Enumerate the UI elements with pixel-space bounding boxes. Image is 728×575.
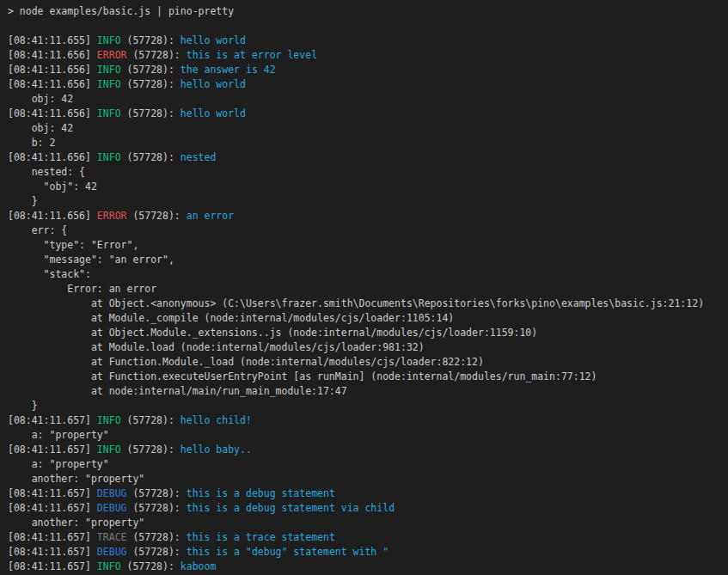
log-text: "type": "Error",: [8, 239, 138, 251]
log-message: hello baby..: [180, 443, 252, 456]
terminal-line: [08:41:11.656] INFO (57728): nested: [8, 150, 728, 165]
log-text: [08:41:11.657]: [8, 560, 97, 572]
log-text: Error: an error: [8, 283, 156, 295]
log-text: [08:41:11.657]: [8, 546, 97, 558]
log-level-info: INFO: [97, 78, 121, 90]
terminal-line: [08:41:11.656] INFO (57728): the answer …: [8, 63, 728, 77]
log-text: [08:41:11.657]: [8, 443, 97, 456]
terminal-line: [08:41:11.655] INFO (57728): hello world: [8, 34, 728, 48]
log-level-info: INFO: [97, 151, 121, 163]
log-text: at Module._compile (node:internal/module…: [8, 312, 454, 324]
log-level-error: ERROR: [97, 210, 127, 222]
log-text: (57728):: [126, 546, 186, 558]
log-text: (57728):: [126, 49, 186, 61]
log-message: hello world: [180, 34, 246, 46]
terminal-line: b: 2: [8, 136, 728, 150]
terminal-line: [08:41:11.657] DEBUG (57728): this is a …: [8, 545, 728, 560]
log-text: "message": "an error",: [8, 254, 174, 266]
log-message: hello world: [180, 78, 246, 90]
terminal-line: obj: 42: [8, 121, 728, 136]
log-text: [08:41:11.656]: [8, 151, 97, 163]
log-text: [08:41:11.656]: [8, 49, 97, 61]
terminal-line: Error: an error: [8, 282, 728, 297]
log-text: "obj": 42: [8, 180, 97, 193]
terminal-line: another: "property": [8, 516, 728, 530]
terminal-line: at Object.<anonymous> (C:\Users\frazer.s…: [8, 297, 728, 311]
terminal-line: err: {: [8, 223, 728, 238]
terminal-line: at Module.load (node:internal/modules/cj…: [8, 340, 728, 355]
terminal-line: }: [8, 399, 728, 413]
log-message: an error: [187, 210, 234, 222]
log-text: b: 2: [8, 137, 55, 149]
log-text: at node:internal/main/run_main_module:17…: [8, 385, 347, 397]
log-text: err: {: [8, 224, 67, 236]
log-message: kaboom: [180, 560, 217, 572]
terminal-line: [08:41:11.657] INFO (57728): kaboom: [8, 560, 728, 574]
terminal-line: at Function.Module._load (node:internal/…: [8, 355, 728, 370]
log-level-error: ERROR: [97, 49, 127, 61]
log-text: (57728):: [126, 487, 186, 499]
log-text: at Function.Module._load (node:internal/…: [8, 356, 484, 368]
terminal-line: > node examples/basic.js | pino-pretty: [8, 4, 728, 19]
log-text: [08:41:11.656]: [8, 107, 97, 119]
log-text: "stack":: [8, 268, 91, 280]
terminal-line: "obj": 42: [8, 180, 728, 194]
log-message: this is a trace statement: [187, 531, 335, 543]
log-text: [08:41:11.657]: [8, 414, 97, 426]
terminal-line: [08:41:11.657] DEBUG (57728): this is a …: [8, 501, 728, 516]
log-level-info: INFO: [97, 107, 121, 119]
log-text: }: [8, 400, 38, 412]
log-message: hello world: [180, 107, 246, 119]
terminal-line: "stack":: [8, 267, 728, 282]
log-level-debug: DEBUG: [97, 487, 127, 499]
terminal-line: "message": "an error",: [8, 253, 728, 267]
log-text: > node examples/basic.js | pino-pretty: [8, 5, 234, 17]
log-text: [08:41:11.656]: [8, 64, 97, 76]
log-level-debug: DEBUG: [97, 546, 127, 558]
terminal-line: [08:41:11.656] ERROR (57728): an error: [8, 209, 728, 223]
log-text: (57728):: [126, 531, 186, 543]
terminal-line: at Function.executeUserEntryPoint [as ru…: [8, 370, 728, 384]
log-text: (57728):: [121, 151, 180, 163]
log-text: a: "property": [8, 458, 109, 470]
terminal-line: [8, 19, 728, 34]
log-level-info: INFO: [97, 64, 121, 76]
terminal-line: another: "property": [8, 472, 728, 486]
log-text: (57728):: [121, 414, 180, 426]
terminal-line: obj: 42: [8, 92, 728, 107]
terminal-line: [08:41:11.656] INFO (57728): hello world: [8, 107, 728, 121]
log-level-info: INFO: [97, 560, 121, 572]
log-text: (57728):: [121, 34, 180, 46]
log-text: }: [8, 195, 38, 207]
terminal[interactable]: > node examples/basic.js | pino-pretty […: [0, 0, 728, 575]
log-text: (57728):: [121, 64, 180, 76]
log-message: hello child!: [180, 414, 252, 426]
log-text: obj: 42: [8, 93, 73, 105]
terminal-line: a: "property": [8, 428, 728, 443]
log-text: [08:41:11.655]: [8, 34, 97, 46]
log-text: another: "property": [8, 517, 144, 529]
log-text: at Object.Module._extensions..js (node:i…: [8, 327, 537, 339]
log-text: [08:41:11.657]: [8, 487, 97, 499]
log-level-info: INFO: [97, 443, 121, 456]
log-text: (57728):: [121, 560, 180, 572]
terminal-line: [08:41:11.656] INFO (57728): hello world: [8, 77, 728, 92]
terminal-line: [08:41:11.657] INFO (57728): hello child…: [8, 413, 728, 428]
log-level-debug: DEBUG: [97, 502, 127, 514]
log-message: this is a debug statement: [187, 487, 335, 499]
log-text: a: "property": [8, 429, 109, 441]
log-message: this is at error level: [187, 49, 317, 61]
log-message: the answer is 42: [180, 64, 276, 76]
log-text: [08:41:11.656]: [8, 210, 97, 222]
log-message: nested: [180, 151, 217, 163]
log-message: this is a "debug" statement with ": [187, 546, 388, 558]
log-text: (57728):: [126, 210, 186, 222]
log-text: obj: 42: [8, 122, 73, 134]
terminal-line: a: "property": [8, 457, 728, 472]
log-text: [08:41:11.657]: [8, 531, 97, 543]
log-level-info: INFO: [97, 34, 121, 46]
terminal-line: [08:41:11.656] ERROR (57728): this is at…: [8, 48, 728, 63]
log-text: (57728):: [121, 107, 180, 119]
terminal-line: [08:41:11.657] DEBUG (57728): this is a …: [8, 486, 728, 501]
log-text: [08:41:11.656]: [8, 78, 97, 90]
